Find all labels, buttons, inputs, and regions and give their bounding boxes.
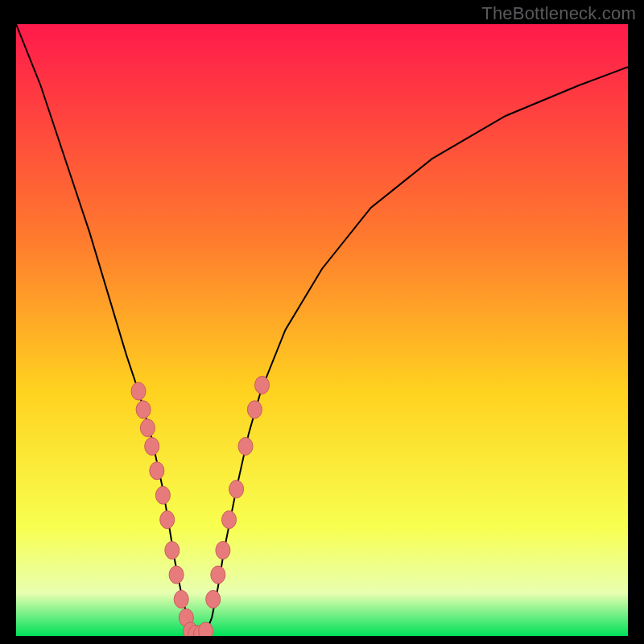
data-marker (247, 401, 262, 419)
gradient-background (16, 24, 628, 636)
data-marker (229, 481, 244, 498)
data-marker (216, 542, 230, 559)
data-marker (165, 542, 180, 559)
data-marker (131, 382, 146, 400)
data-marker (150, 462, 164, 480)
data-marker (169, 566, 184, 584)
data-marker (199, 622, 213, 636)
watermark-text: TheBottleneck.com (481, 3, 636, 24)
data-marker (136, 401, 151, 419)
data-marker (155, 486, 170, 504)
chart-frame (16, 24, 628, 636)
data-marker (238, 437, 253, 455)
data-marker (211, 566, 225, 584)
data-marker (255, 376, 270, 394)
data-marker (140, 419, 155, 437)
bottleneck-chart (16, 24, 628, 636)
data-marker (206, 590, 221, 608)
data-marker (174, 590, 188, 608)
data-marker (160, 511, 175, 529)
data-marker (145, 437, 159, 455)
data-marker (222, 511, 237, 529)
